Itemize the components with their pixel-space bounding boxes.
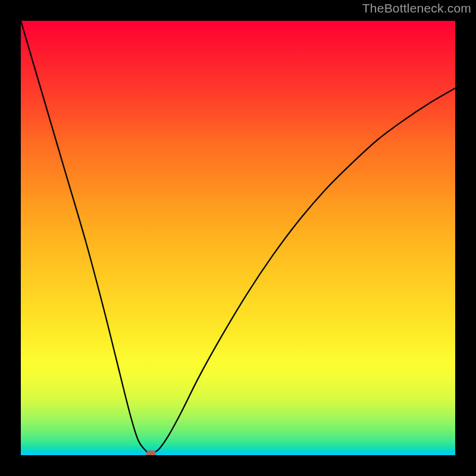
bottleneck-curve <box>21 21 455 455</box>
chart-frame: TheBottleneck.com <box>0 0 476 476</box>
minimum-marker <box>146 450 156 455</box>
watermark-text: TheBottleneck.com <box>362 1 471 15</box>
plot-area <box>21 21 455 455</box>
